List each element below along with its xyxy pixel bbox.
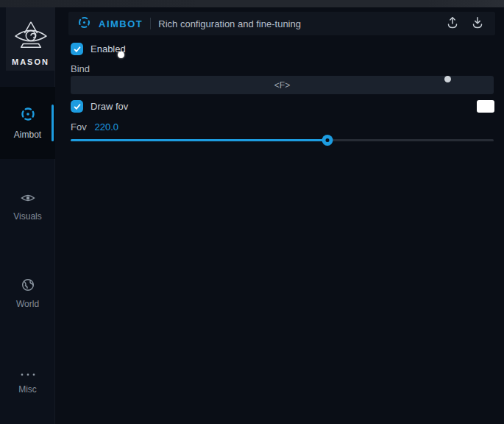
content-area: AIMBOT Rich configuration and fine-tunin…: [56, 7, 504, 424]
crosshair-icon: [77, 15, 91, 32]
enabled-label: Enabled: [90, 43, 126, 54]
sidebar-item-label: World: [16, 299, 39, 309]
section-header: AIMBOT Rich configuration and fine-tunin…: [68, 12, 495, 35]
slider-handle[interactable]: [322, 135, 333, 146]
bind-label: Bind: [71, 63, 90, 74]
import-config-button[interactable]: [469, 15, 486, 32]
crosshair-icon: [20, 106, 36, 125]
enabled-row: Enabled: [71, 43, 126, 55]
enabled-checkbox[interactable]: [71, 43, 83, 55]
brand-name: MASON: [12, 57, 49, 66]
eye-icon: [21, 192, 35, 207]
sidebar-item-aimbot[interactable]: Aimbot: [0, 87, 55, 159]
section-subtitle: Rich configuration and fine-tuning: [158, 18, 301, 29]
masonic-eye-icon: [14, 21, 48, 57]
sidebar-item-misc[interactable]: Misc: [0, 361, 55, 400]
fov-slider[interactable]: [71, 135, 494, 146]
active-indicator: [52, 105, 54, 141]
sidebar-item-label: Aimbot: [14, 130, 41, 140]
download-icon: [472, 16, 483, 32]
upload-icon: [447, 16, 458, 32]
bind-input[interactable]: <F>: [71, 76, 494, 94]
slider-fill: [71, 139, 327, 141]
window-top-strip: [0, 0, 504, 7]
sidebar-item-label: Visuals: [13, 211, 41, 222]
export-config-button[interactable]: [444, 15, 461, 32]
ellipsis-icon: [20, 367, 36, 380]
sidebar-item-world[interactable]: World: [0, 274, 55, 314]
fov-color-swatch[interactable]: [477, 100, 494, 113]
divider: [150, 18, 151, 29]
draw-fov-label: Draw fov: [90, 101, 128, 112]
fov-value: 220.0: [95, 121, 119, 132]
draw-fov-row: Draw fov: [71, 100, 128, 113]
app-window: MASON Aimbot Visuals: [0, 0, 504, 424]
sidebar-item-visuals[interactable]: Visuals: [0, 187, 55, 227]
sidebar: MASON Aimbot Visuals: [0, 7, 55, 424]
globe-icon: [21, 278, 35, 294]
sidebar-item-label: Misc: [18, 384, 37, 395]
draw-fov-checkbox[interactable]: [71, 100, 83, 113]
fov-value-row: Fov 220.0: [71, 121, 118, 132]
logo-panel: MASON: [6, 7, 55, 71]
fov-label: Fov: [71, 121, 87, 132]
section-title: AIMBOT: [99, 18, 143, 29]
